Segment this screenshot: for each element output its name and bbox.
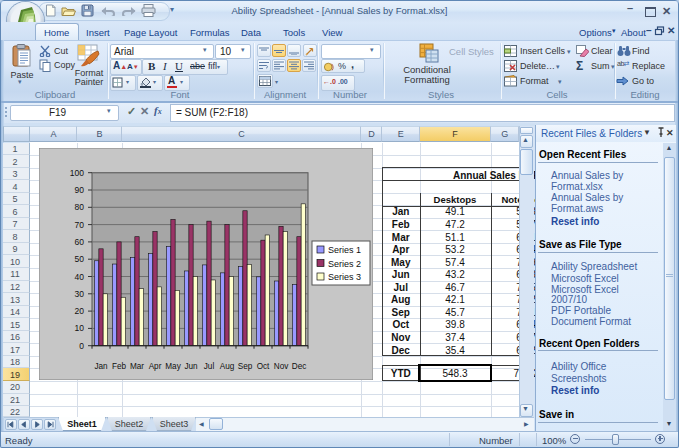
svg-text:Sep: Sep (238, 362, 253, 371)
svg-text:Dec: Dec (292, 362, 307, 371)
svg-text:Mar: Mar (130, 362, 144, 371)
svg-text:Series 1: Series 1 (328, 245, 361, 255)
svg-text:May: May (165, 362, 181, 371)
svg-text:100: 100 (70, 168, 84, 178)
svg-text:70: 70 (75, 220, 85, 230)
svg-text:60: 60 (75, 237, 85, 247)
svg-text:Feb: Feb (112, 362, 127, 371)
svg-text:0: 0 (79, 341, 84, 351)
svg-text:Apr: Apr (149, 362, 162, 371)
svg-text:Aug: Aug (220, 362, 235, 371)
svg-text:Series 2: Series 2 (328, 259, 361, 269)
svg-text:20: 20 (75, 306, 85, 316)
svg-text:Jun: Jun (184, 362, 198, 371)
svg-text:Series 3: Series 3 (328, 272, 361, 282)
svg-text:Jul: Jul (204, 362, 215, 371)
svg-text:Oct: Oct (257, 362, 270, 371)
svg-text:80: 80 (75, 202, 85, 212)
svg-text:40: 40 (75, 272, 85, 282)
svg-text:Jan: Jan (94, 362, 108, 371)
svg-text:50: 50 (75, 254, 85, 264)
svg-text:30: 30 (75, 289, 85, 299)
svg-text:90: 90 (75, 185, 85, 195)
svg-text:Nov: Nov (274, 362, 289, 371)
svg-text:10: 10 (75, 323, 85, 333)
